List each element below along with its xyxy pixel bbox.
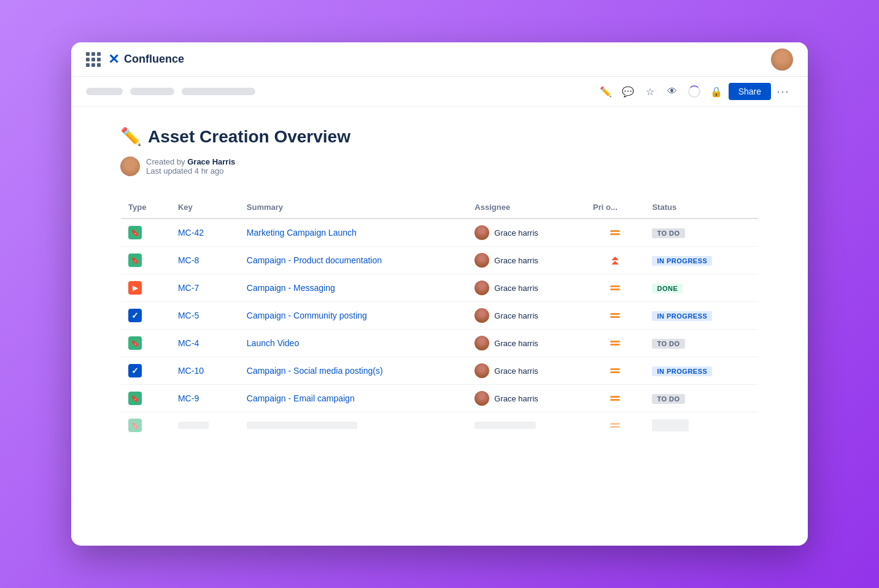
cell-key[interactable]: MC-5 <box>171 302 239 330</box>
cell-summary[interactable]: Campaign - Product documentation <box>239 247 468 274</box>
table-row: ✓ MC-5 Campaign - Community posting Grac… <box>121 302 759 330</box>
cell-priority <box>586 330 645 357</box>
grid-menu-icon[interactable] <box>86 52 101 67</box>
cell-summary[interactable]: Launch Video <box>239 330 468 357</box>
issue-summary-text[interactable]: Campaign - Product documentation <box>247 255 382 265</box>
type-bug-icon: ▶ <box>128 281 142 295</box>
col-assignee: Assignee <box>467 196 586 219</box>
loading-icon <box>684 82 704 101</box>
table-row: 🔖 MC-8 Campaign - Product documentation … <box>121 247 759 274</box>
type-story-icon: 🔖 <box>128 392 142 405</box>
status-badge: IN PROGRESS <box>652 256 712 266</box>
edit-icon[interactable]: ✏️ <box>596 82 616 101</box>
watch-icon[interactable]: 👁 <box>662 82 682 101</box>
comment-icon[interactable]: 💬 <box>618 82 638 101</box>
share-button[interactable]: Share <box>729 83 771 100</box>
col-key: Key <box>171 196 239 219</box>
cell-status: IN PROGRESS <box>645 302 758 330</box>
issue-summary-text[interactable]: Launch Video <box>247 338 299 348</box>
issue-key-link[interactable]: MC-10 <box>178 366 204 376</box>
cell-status: TO DO <box>645 385 758 412</box>
star-icon[interactable]: ☆ <box>640 82 660 101</box>
priority-medium-icon <box>593 396 637 401</box>
assignee-cell: Grace harris <box>474 391 578 406</box>
cell-summary[interactable]: Campaign - Community posting <box>239 302 468 330</box>
confluence-x-icon: ✕ <box>108 52 119 68</box>
col-priority: Pri o... <box>586 196 645 219</box>
table-row: 🔖 MC-9 Campaign - Email campaign Grace h… <box>121 385 759 412</box>
assignee-cell: Grace harris <box>474 253 578 268</box>
issue-key-link[interactable]: MC-7 <box>178 283 199 293</box>
user-avatar[interactable] <box>771 48 793 71</box>
cell-type: ✓ <box>121 302 171 330</box>
issue-key-link[interactable]: MC-9 <box>178 393 199 403</box>
priority-medium-icon <box>593 230 637 235</box>
breadcrumb-3 <box>182 88 255 95</box>
cell-summary[interactable]: Campaign - Messaging <box>239 274 468 302</box>
issue-key-link[interactable]: MC-42 <box>178 228 204 238</box>
cell-type: 🔖 <box>121 247 171 274</box>
cell-key[interactable]: MC-10 <box>171 357 239 385</box>
issue-summary-text[interactable]: Campaign - Email campaign <box>247 393 355 403</box>
browser-window: ✕ Confluence ✏️ 💬 ☆ 👁 🔒 Share ··· <box>71 42 808 546</box>
top-nav: ✕ Confluence <box>71 42 808 77</box>
confluence-name: Confluence <box>124 53 184 66</box>
status-badge: TO DO <box>652 228 684 238</box>
cell-summary[interactable]: Marketing Campaign Launch <box>239 219 468 247</box>
assignee-name: Grace harris <box>494 284 538 293</box>
cell-summary[interactable]: Campaign - Social media posting(s) <box>239 357 468 385</box>
cell-priority <box>586 274 645 302</box>
issue-key-link[interactable]: MC-5 <box>178 311 199 320</box>
cell-status-partial <box>645 412 758 439</box>
assignee-avatar <box>474 253 489 268</box>
lock-icon[interactable]: 🔒 <box>707 82 726 101</box>
cell-key[interactable]: MC-4 <box>171 330 239 357</box>
page-title: ✏️ Asset Creation Overview <box>120 126 759 147</box>
type-task-icon: ✓ <box>128 364 142 377</box>
assignee-name: Grace harris <box>494 366 538 376</box>
cell-assignee: Grace harris <box>467 385 586 412</box>
status-badge: DONE <box>652 284 683 293</box>
cell-key[interactable]: MC-9 <box>171 385 239 412</box>
col-type: Type <box>121 196 171 219</box>
issue-summary-text[interactable]: Campaign - Social media posting(s) <box>247 366 383 376</box>
assignee-avatar <box>474 280 489 295</box>
toolbar-icons: ✏️ 💬 ☆ 👁 🔒 Share ··· <box>596 82 793 101</box>
author-name: Grace Harris <box>187 157 235 166</box>
toolbar: ✏️ 💬 ☆ 👁 🔒 Share ··· <box>71 77 808 107</box>
cell-key[interactable]: MC-42 <box>171 219 239 247</box>
cell-assignee: Grace harris <box>467 247 586 274</box>
assignee-cell: Grace harris <box>474 308 578 323</box>
cell-priority <box>586 247 645 274</box>
breadcrumb-bar <box>86 88 591 95</box>
confluence-logo[interactable]: ✕ Confluence <box>108 52 184 68</box>
col-status: Status <box>645 196 758 219</box>
col-summary: Summary <box>239 196 468 219</box>
issue-summary-text[interactable]: Campaign - Messaging <box>247 283 335 293</box>
assignee-cell: Grace harris <box>474 225 578 240</box>
cell-key[interactable]: MC-8 <box>171 247 239 274</box>
table-row-partial: 🔖 <box>121 412 759 439</box>
issue-key-link[interactable]: MC-4 <box>178 338 199 348</box>
assignee-cell: Grace harris <box>474 336 578 350</box>
issue-summary-text[interactable]: Campaign - Community posting <box>247 311 367 320</box>
priority-high-icon <box>593 257 637 265</box>
assignee-avatar <box>474 308 489 323</box>
cell-type: 🔖 <box>121 330 171 357</box>
cell-status: DONE <box>645 274 758 302</box>
cell-status: IN PROGRESS <box>645 357 758 385</box>
cell-status: TO DO <box>645 219 758 247</box>
page-meta: Created by Grace Harris Last updated 4 h… <box>120 157 759 176</box>
assignee-cell: Grace harris <box>474 363 578 378</box>
type-story-icon: 🔖 <box>128 226 142 239</box>
cell-summary[interactable]: Campaign - Email campaign <box>239 385 468 412</box>
issue-summary-text[interactable]: Marketing Campaign Launch <box>247 228 357 238</box>
assignee-avatar <box>474 225 489 240</box>
breadcrumb-2 <box>130 88 174 95</box>
cell-key[interactable]: MC-7 <box>171 274 239 302</box>
assignee-cell: Grace harris <box>474 280 578 295</box>
nav-left: ✕ Confluence <box>86 52 184 68</box>
updated-text: Last updated 4 hr ago <box>146 166 224 176</box>
issue-key-link[interactable]: MC-8 <box>178 255 199 265</box>
more-options-button[interactable]: ··· <box>773 82 793 101</box>
